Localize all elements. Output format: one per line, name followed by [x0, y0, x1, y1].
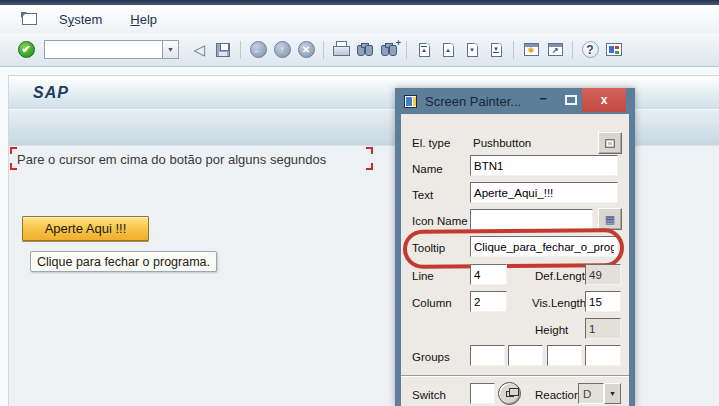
groups-label: Groups [412, 351, 450, 363]
text-label: Text [412, 189, 433, 201]
toolbar-separator [406, 41, 407, 59]
height-label: Height [535, 324, 568, 336]
el-type-label: El. type [412, 137, 450, 149]
minimize-button[interactable]: − [535, 91, 551, 109]
hint-text: Pare o cursor em cima do botão por algun… [17, 152, 326, 167]
nav-exit-icon[interactable]: ↑ [274, 41, 291, 58]
icon-name-input[interactable] [470, 209, 593, 230]
height-field [585, 318, 621, 339]
menu-bar: System Help [0, 5, 719, 33]
page-title: SAP [33, 84, 69, 102]
name-label: Name [412, 163, 443, 175]
save-icon[interactable] [216, 43, 230, 57]
enter-icon[interactable]: ✔ [18, 41, 35, 58]
help-icon[interactable]: ? [582, 41, 599, 58]
dialog-separator [401, 375, 629, 377]
icon-picker-button[interactable]: ▦ [598, 208, 622, 230]
matchcode-grid-icon: ▦ [605, 214, 615, 225]
nav-back-icon[interactable]: ← [250, 41, 267, 58]
print-icon[interactable] [333, 43, 349, 57]
back-icon[interactable]: ◁ [193, 42, 205, 57]
next-page-icon[interactable]: ▼ [467, 43, 478, 57]
toolbar-separator [323, 41, 324, 59]
aperte-aqui-button[interactable]: Aperte Aqui !!! [22, 216, 149, 241]
toolbar-separator [513, 41, 514, 59]
selection-bracket-bottom-left [10, 163, 17, 170]
menu-item-help[interactable]: Help [130, 12, 157, 27]
new-session-icon[interactable]: ✱ [524, 43, 539, 56]
overlapping-windows-icon [506, 391, 514, 397]
standard-toolbar: ✔ ▼ ◁ ← ↑ ✕ + ▲ ▲ ▼ ▼ ✱ ↗ ? [0, 33, 719, 67]
reaction-dropdown-icon[interactable]: ▼ [604, 383, 621, 404]
column-input[interactable] [470, 291, 507, 312]
reaction-dropdown[interactable]: D ▼ [578, 383, 621, 404]
def-length-label: Def.Lengt [535, 270, 585, 282]
def-length-field [585, 264, 621, 285]
groups-input-3[interactable] [547, 345, 582, 366]
screen-corner-icon[interactable] [22, 13, 37, 25]
text-input[interactable] [470, 182, 618, 203]
cancel-icon[interactable]: ✕ [298, 41, 315, 58]
customize-layout-icon[interactable] [606, 43, 622, 56]
vis-length-input[interactable] [585, 291, 621, 312]
screen-painter-dialog: Screen Painter... − x El. type Pushbutto… [395, 88, 635, 406]
last-page-icon[interactable]: ▼ [491, 43, 502, 57]
command-dropdown-icon[interactable]: ▼ [162, 40, 179, 59]
groups-input-2[interactable] [508, 345, 543, 366]
groups-input-1[interactable] [470, 345, 505, 366]
tooltip-label: Tooltip [412, 242, 445, 254]
switch-label: Switch [412, 389, 446, 401]
find-next-icon[interactable]: + [381, 43, 397, 56]
first-page-icon[interactable]: ▲ [419, 43, 430, 57]
dialog-title: Screen Painter... [425, 94, 521, 109]
dialog-body: El. type Pushbutton Name Text Icon Name … [401, 114, 629, 406]
create-shortcut-icon[interactable]: ↗ [548, 43, 563, 56]
selection-bracket-bottom-right [366, 163, 373, 170]
tooltip-input[interactable] [470, 236, 618, 257]
selection-bracket-top-left [10, 147, 17, 154]
name-input[interactable] [470, 155, 618, 176]
toolbar-separator [240, 41, 241, 59]
reaction-label: Reaction [535, 389, 580, 401]
restore-window-icon [605, 139, 615, 148]
find-icon[interactable] [357, 43, 373, 56]
line-input[interactable] [470, 264, 507, 285]
maximize-button[interactable] [565, 95, 577, 105]
dialog-window-icon [404, 95, 417, 108]
command-field-group: ▼ [44, 40, 179, 59]
line-label: Line [412, 270, 434, 282]
vis-length-label: Vis.Length [532, 297, 586, 309]
icon-name-label: Icon Name [412, 215, 468, 227]
attributes-window-button[interactable] [598, 132, 622, 154]
button-tooltip: Clique para fechar o programa. [30, 251, 217, 272]
switch-input[interactable] [470, 383, 495, 404]
column-label: Column [412, 297, 452, 309]
reaction-value: D [578, 383, 604, 404]
toolbar-separator [572, 41, 573, 59]
menu-item-system[interactable]: System [59, 12, 102, 27]
previous-page-icon[interactable]: ▲ [443, 43, 454, 57]
switch-picker-button[interactable] [498, 382, 521, 405]
selection-bracket-top-right [366, 147, 373, 154]
groups-input-4[interactable] [585, 345, 621, 366]
close-button[interactable]: x [582, 88, 626, 112]
el-type-value: Pushbutton [473, 137, 531, 149]
command-field[interactable] [44, 40, 162, 59]
